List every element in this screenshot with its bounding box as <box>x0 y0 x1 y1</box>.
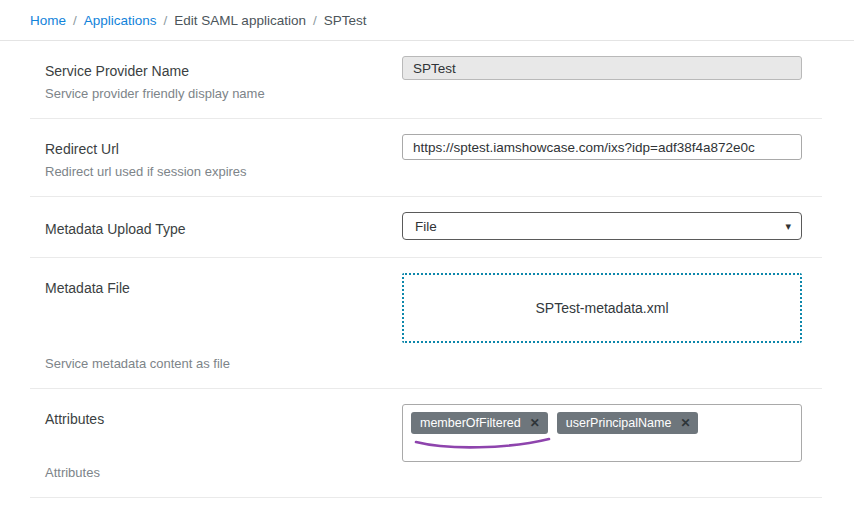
redirect-url-label: Redirect Url <box>45 141 402 157</box>
service-provider-name-label: Service Provider Name <box>45 63 402 79</box>
attribute-chip-label: userPrincipalName <box>566 416 672 430</box>
row-redirect-url: Redirect Url Redirect url used if sessio… <box>30 119 822 197</box>
row-metadata-upload-type: Metadata Upload Type File ▾ <box>30 197 822 258</box>
caret-down-icon: ▾ <box>785 221 791 232</box>
close-icon[interactable]: ✕ <box>680 417 690 429</box>
breadcrumb-applications[interactable]: Applications <box>84 13 157 28</box>
attribute-chip: memberOfFiltered ✕ <box>411 412 548 434</box>
metadata-file-label: Metadata File <box>45 280 402 296</box>
breadcrumb-edit-saml-application: Edit SAML application <box>174 13 306 28</box>
breadcrumb-separator: / <box>73 13 77 28</box>
metadata-upload-type-select[interactable]: File ▾ <box>402 212 802 240</box>
attribute-chip-label: memberOfFiltered <box>420 416 521 430</box>
metadata-file-dropzone[interactable]: SPTest-metadata.xml <box>402 273 802 343</box>
row-attributes: Attributes Attributes memberOfFiltered ✕… <box>30 389 822 498</box>
redirect-url-help: Redirect url used if session expires <box>45 164 402 179</box>
metadata-file-help: Service metadata content as file <box>45 356 402 371</box>
service-provider-name-help: Service provider friendly display name <box>45 86 402 101</box>
close-icon[interactable]: ✕ <box>530 417 540 429</box>
edit-saml-application-form: Service Provider Name Service provider f… <box>30 41 822 514</box>
metadata-upload-type-selected-value: File <box>415 219 437 234</box>
breadcrumb-separator: / <box>164 13 168 28</box>
attributes-chips-input[interactable]: memberOfFiltered ✕ userPrincipalName ✕ <box>402 404 802 462</box>
row-metadata-file: Metadata File Service metadata content a… <box>30 258 822 389</box>
metadata-upload-type-label: Metadata Upload Type <box>45 221 402 237</box>
metadata-file-name: SPTest-metadata.xml <box>535 300 668 316</box>
attributes-help: Attributes <box>45 465 402 480</box>
breadcrumb-home[interactable]: Home <box>30 13 66 28</box>
breadcrumb-sptest: SPTest <box>324 13 367 28</box>
annotation-underline <box>413 436 553 452</box>
row-service-provider-name: Service Provider Name Service provider f… <box>30 41 822 119</box>
redirect-url-input[interactable] <box>402 134 802 160</box>
attributes-label: Attributes <box>45 411 402 427</box>
service-provider-name-input[interactable] <box>402 56 802 80</box>
breadcrumb: Home / Applications / Edit SAML applicat… <box>0 0 854 41</box>
attribute-chip: userPrincipalName ✕ <box>557 412 699 434</box>
bottom-spacer <box>30 498 822 514</box>
breadcrumb-separator: / <box>313 13 317 28</box>
